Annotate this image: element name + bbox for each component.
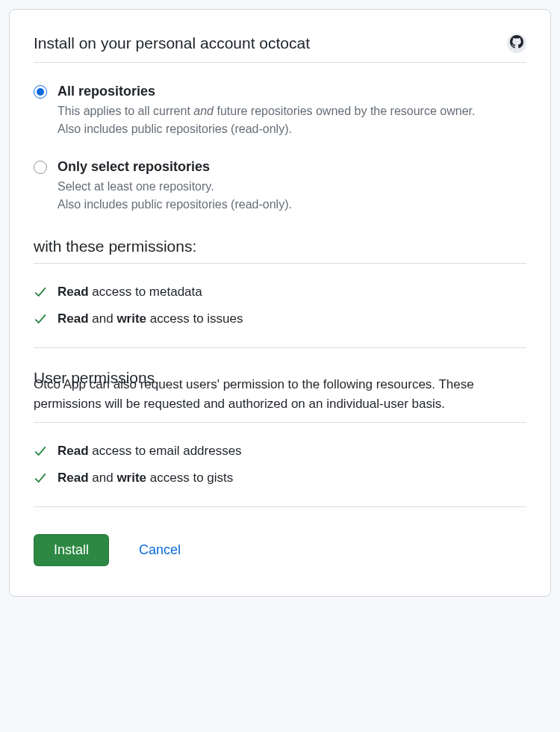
perm-bold: Read <box>57 311 89 326</box>
desc-text: Also includes public repositories (read-… <box>57 198 292 211</box>
perm-bold: Read <box>57 444 89 458</box>
perm-bold: Read <box>57 285 89 299</box>
permission-text: Read and write access to gists <box>57 471 233 486</box>
cancel-link[interactable]: Cancel <box>139 542 181 558</box>
permission-text: Read access to email addresses <box>57 444 242 459</box>
permissions-heading: with these permissions: <box>34 238 526 264</box>
dialog-header: Install on your personal account octocat <box>34 34 526 63</box>
desc-text: Also includes public repositories (read-… <box>57 122 292 135</box>
install-dialog: Install on your personal account octocat… <box>9 9 551 597</box>
user-permissions-list: Read access to email addresses Read and … <box>34 444 526 486</box>
radio-label-all: All repositories This applies to all cur… <box>57 84 526 138</box>
perm-bold: write <box>116 311 146 326</box>
perm-text-part: access to issues <box>146 311 243 326</box>
radio-all-repositories[interactable]: All repositories This applies to all cur… <box>34 84 526 138</box>
check-icon <box>34 285 49 299</box>
user-permissions-subtext: Otco App can also request users' permiss… <box>34 375 526 423</box>
perm-text-part: and <box>89 311 117 326</box>
permission-text: Read access to metadata <box>57 285 202 300</box>
avatar <box>507 34 526 53</box>
permissions-list: Read access to metadata Read and write a… <box>34 285 526 326</box>
perm-text-part: access to metadata <box>89 285 202 299</box>
desc-text: Select at least one repository. <box>57 180 214 193</box>
desc-text: future repositories owned by the resourc… <box>214 105 475 117</box>
radio-input-all[interactable] <box>34 85 47 99</box>
permission-item: Read and write access to gists <box>34 471 526 486</box>
check-icon <box>34 471 49 485</box>
radio-desc-select: Select at least one repository. Also inc… <box>57 178 526 214</box>
dialog-actions: Install Cancel <box>34 534 526 566</box>
divider <box>34 506 526 507</box>
perm-bold: Read <box>57 471 89 485</box>
perm-bold: write <box>116 471 146 485</box>
divider <box>34 347 526 348</box>
dialog-title: Install on your personal account octocat <box>34 34 310 52</box>
radio-select-repositories[interactable]: Only select repositories Select at least… <box>34 159 526 214</box>
permission-item: Read access to email addresses <box>34 444 526 459</box>
octocat-icon <box>510 35 523 52</box>
repository-selection: All repositories This applies to all cur… <box>34 84 526 214</box>
radio-desc-all: This applies to all current and future r… <box>57 102 526 138</box>
permission-text: Read and write access to issues <box>57 311 243 326</box>
radio-title-all: All repositories <box>57 84 526 99</box>
permission-item: Read and write access to issues <box>34 311 526 326</box>
desc-em: and <box>193 105 214 117</box>
radio-title-select: Only select repositories <box>57 159 526 175</box>
perm-text-part: access to gists <box>146 471 233 485</box>
permission-item: Read access to metadata <box>34 285 526 300</box>
radio-input-select[interactable] <box>34 161 47 174</box>
radio-label-select: Only select repositories Select at least… <box>57 159 526 214</box>
check-icon <box>34 444 49 458</box>
perm-text-part: access to email addresses <box>89 444 242 458</box>
check-icon <box>34 312 49 326</box>
install-button[interactable]: Install <box>34 534 109 566</box>
perm-text-part: and <box>89 471 117 485</box>
desc-text: This applies to all current <box>57 105 193 117</box>
